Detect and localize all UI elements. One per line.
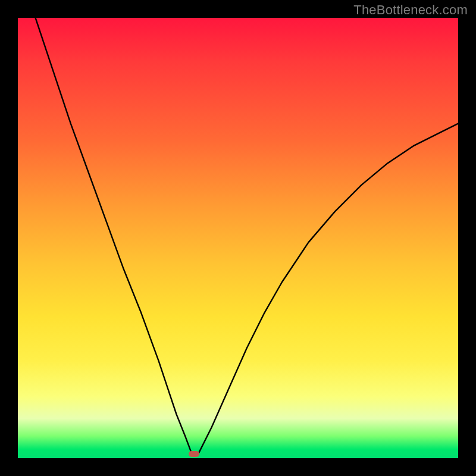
curve-layer [18,18,458,458]
minimum-marker [189,451,199,457]
curve-left-branch [36,18,192,454]
curve-right-branch [198,124,458,454]
chart-stage: { "watermark": { "text": "TheBottleneck.… [0,0,476,476]
plot-area [18,18,458,458]
watermark-text: TheBottleneck.com [353,2,468,18]
